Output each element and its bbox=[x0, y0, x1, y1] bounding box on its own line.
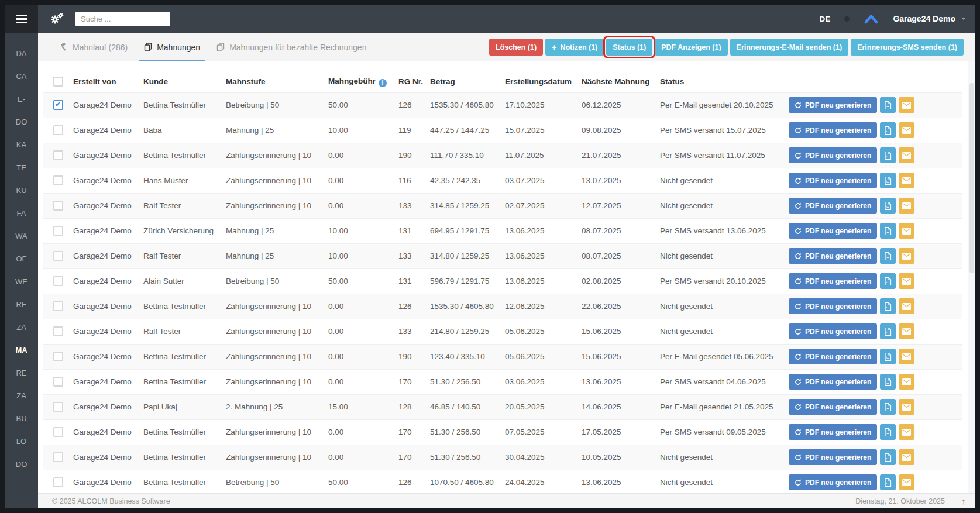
row-checkbox[interactable] bbox=[53, 452, 63, 462]
account-menu[interactable]: Garage24 Demo bbox=[893, 14, 966, 23]
email-button[interactable] bbox=[899, 298, 914, 314]
email-button[interactable] bbox=[899, 273, 914, 289]
row-checkbox[interactable] bbox=[53, 326, 63, 336]
row-checkbox[interactable] bbox=[53, 301, 63, 311]
pdf-regenerate-button[interactable]: PDF neu generieren bbox=[789, 97, 877, 113]
pdf-view-button[interactable] bbox=[880, 173, 896, 188]
tab[interactable]: Mahnlauf (286) bbox=[51, 33, 136, 61]
row-checkbox[interactable] bbox=[53, 477, 63, 487]
pdf-regenerate-button[interactable]: PDF neu generieren bbox=[789, 323, 877, 339]
sidebar-item[interactable]: FA bbox=[5, 202, 38, 225]
email-button[interactable] bbox=[899, 122, 914, 138]
menu-toggle-button[interactable] bbox=[5, 5, 38, 33]
pdf-regenerate-button[interactable]: PDF neu generieren bbox=[789, 223, 877, 239]
pdf-view-button[interactable] bbox=[880, 122, 896, 138]
sidebar-item[interactable]: RE bbox=[5, 293, 38, 316]
sidebar-item[interactable]: RE bbox=[5, 361, 38, 384]
sidebar-item[interactable]: WA bbox=[5, 225, 38, 247]
email-button[interactable] bbox=[899, 248, 914, 264]
sidebar-item[interactable]: CA bbox=[5, 65, 38, 88]
email-button[interactable] bbox=[899, 374, 914, 390]
settings-gear-icon[interactable] bbox=[50, 13, 64, 25]
email-button[interactable] bbox=[899, 399, 914, 415]
sidebar-item[interactable]: DO bbox=[5, 111, 38, 133]
pdf-regenerate-button[interactable]: PDF neu generieren bbox=[789, 298, 877, 314]
toolbar-button[interactable]: + Erinnerungs-SMS senden (1) bbox=[851, 39, 964, 56]
search-input[interactable] bbox=[75, 12, 170, 26]
pdf-regenerate-button[interactable]: PDF neu generieren bbox=[789, 273, 877, 289]
pdf-view-button[interactable] bbox=[880, 399, 896, 415]
row-checkbox[interactable] bbox=[53, 427, 63, 437]
pdf-view-button[interactable] bbox=[880, 449, 896, 465]
pdf-view-button[interactable] bbox=[880, 147, 896, 163]
tab[interactable]: Mahnungen bbox=[136, 33, 208, 61]
pdf-regenerate-button[interactable]: PDF neu generieren bbox=[789, 349, 877, 364]
pdf-view-button[interactable] bbox=[880, 248, 896, 264]
email-button[interactable] bbox=[899, 173, 914, 188]
sidebar-item[interactable]: ZA bbox=[5, 316, 38, 339]
row-checkbox[interactable] bbox=[53, 226, 63, 236]
pdf-regenerate-button[interactable]: PDF neu generieren bbox=[789, 147, 877, 163]
row-checkbox[interactable] bbox=[53, 402, 63, 412]
sidebar-item[interactable]: ZA bbox=[5, 384, 38, 407]
pdf-view-button[interactable] bbox=[880, 198, 896, 214]
pdf-regenerate-button[interactable]: PDF neu generieren bbox=[789, 374, 877, 390]
pdf-view-button[interactable] bbox=[880, 374, 896, 390]
pdf-view-button[interactable] bbox=[880, 474, 896, 490]
email-button[interactable] bbox=[899, 97, 914, 113]
pdf-regenerate-button[interactable]: PDF neu generieren bbox=[789, 399, 877, 415]
sidebar-item[interactable]: MA bbox=[5, 339, 38, 361]
scroll-top-button[interactable]: ↑ bbox=[957, 495, 971, 508]
pdf-regenerate-button[interactable]: PDF neu generieren bbox=[789, 474, 877, 490]
email-button[interactable] bbox=[899, 147, 914, 163]
scrollbar-thumb[interactable] bbox=[969, 83, 974, 273]
sidebar-item[interactable]: BU bbox=[5, 407, 38, 430]
pdf-regenerate-button[interactable]: PDF neu generieren bbox=[789, 449, 877, 465]
row-checkbox[interactable] bbox=[53, 377, 63, 387]
row-checkbox[interactable] bbox=[53, 276, 63, 286]
row-checkbox[interactable] bbox=[53, 150, 63, 160]
row-checkbox[interactable] bbox=[53, 352, 63, 361]
language-selector[interactable]: DE bbox=[820, 15, 831, 23]
pdf-regenerate-button[interactable]: PDF neu generieren bbox=[789, 424, 877, 440]
email-button[interactable] bbox=[899, 223, 914, 239]
pdf-view-button[interactable] bbox=[880, 97, 896, 113]
email-button[interactable] bbox=[899, 474, 914, 490]
toolbar-button[interactable]: + Löschen (1) bbox=[489, 39, 543, 56]
row-checkbox[interactable] bbox=[53, 251, 63, 261]
sidebar-item[interactable]: LO bbox=[5, 430, 38, 453]
sidebar-item[interactable]: KA bbox=[5, 133, 38, 156]
sidebar-item[interactable]: KU bbox=[5, 179, 38, 202]
toolbar-button[interactable]: + PDF Anzeigen (1) bbox=[655, 39, 727, 56]
pdf-view-button[interactable] bbox=[880, 323, 896, 339]
tab[interactable]: Mahnungen für bezahlte Rechnungen bbox=[208, 33, 374, 61]
info-icon[interactable]: i bbox=[379, 79, 387, 87]
toolbar-button[interactable]: + Notizen (1) bbox=[545, 39, 604, 56]
row-checkbox[interactable] bbox=[53, 100, 63, 110]
sidebar-item[interactable]: TE bbox=[5, 156, 38, 179]
sidebar-item[interactable]: OF bbox=[5, 247, 38, 270]
email-button[interactable] bbox=[899, 449, 914, 465]
pdf-view-button[interactable] bbox=[880, 298, 896, 314]
sidebar-item[interactable]: DA bbox=[5, 42, 38, 65]
pdf-view-button[interactable] bbox=[880, 223, 896, 239]
sidebar-item[interactable]: WE bbox=[5, 270, 38, 293]
row-checkbox[interactable] bbox=[53, 175, 63, 185]
pdf-regenerate-button[interactable]: PDF neu generieren bbox=[789, 198, 877, 214]
email-button[interactable] bbox=[899, 349, 914, 364]
pdf-view-button[interactable] bbox=[880, 349, 896, 364]
select-all-checkbox[interactable] bbox=[53, 77, 63, 87]
pdf-regenerate-button[interactable]: PDF neu generieren bbox=[789, 173, 877, 188]
pdf-view-button[interactable] bbox=[880, 273, 896, 289]
email-button[interactable] bbox=[899, 198, 914, 214]
row-checkbox[interactable] bbox=[53, 125, 63, 135]
pdf-view-button[interactable] bbox=[880, 424, 896, 440]
toolbar-button[interactable]: + Erinnerungs-E-Mail senden (1) bbox=[730, 39, 849, 56]
toolbar-button[interactable]: + Status (1) bbox=[606, 39, 652, 56]
email-button[interactable] bbox=[899, 424, 914, 440]
sidebar-item[interactable]: E- bbox=[5, 88, 38, 111]
sidebar-item[interactable]: DO bbox=[5, 453, 38, 476]
email-button[interactable] bbox=[899, 323, 914, 339]
row-checkbox[interactable] bbox=[53, 201, 63, 211]
pdf-regenerate-button[interactable]: PDF neu generieren bbox=[789, 122, 877, 138]
